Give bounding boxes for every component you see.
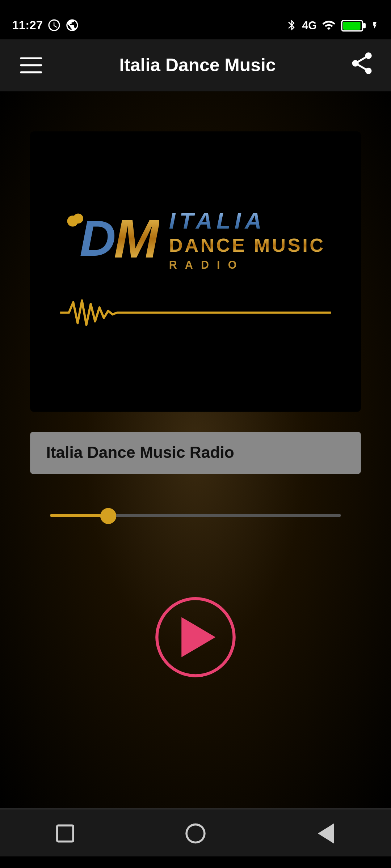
waveform-container <box>50 292 141 305</box>
main-content: D M ITALIA DANCE MUSIC RADIO <box>0 92 141 305</box>
top-bar: Italia Dance Music <box>0 39 141 92</box>
time-display: 11:27 <box>12 18 43 33</box>
idm-letters: D M <box>66 208 141 270</box>
logo-area: D M ITALIA DANCE MUSIC RADIO <box>30 187 141 305</box>
alarm-icon <box>47 18 61 33</box>
idm-logo: D M ITALIA DANCE MUSIC RADIO <box>66 207 141 270</box>
device-frame: 11:27 4G <box>0 11 141 305</box>
page-title: Italia Dance Music <box>119 55 141 76</box>
letter-i: D <box>66 210 114 268</box>
waveform-svg <box>60 292 141 305</box>
logo-container: D M ITALIA DANCE MUSIC RADIO <box>30 132 141 305</box>
menu-button[interactable] <box>16 54 46 77</box>
status-left: 11:27 <box>12 18 79 33</box>
world-icon <box>65 18 79 33</box>
letter-m: M <box>114 208 141 270</box>
status-bar: 11:27 4G <box>0 11 141 39</box>
